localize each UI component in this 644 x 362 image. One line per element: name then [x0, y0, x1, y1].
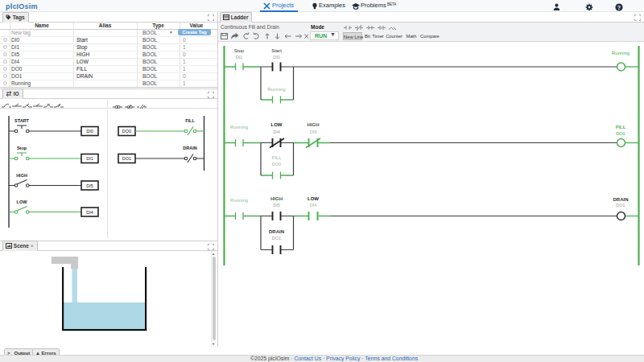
- svg-text:DI1: DI1: [86, 156, 93, 161]
- svg-text:START: START: [14, 118, 30, 123]
- svg-text:FILL: FILL: [616, 125, 626, 130]
- svg-text:DO1: DO1: [272, 236, 281, 241]
- svg-text:DRAIN: DRAIN: [269, 229, 284, 234]
- svg-text:DO0: DO0: [272, 162, 281, 167]
- svg-text:FILL: FILL: [185, 118, 195, 123]
- svg-text:DI0: DI0: [86, 129, 93, 134]
- svg-text:DO0: DO0: [122, 129, 131, 134]
- svg-text:DO0: DO0: [616, 131, 625, 136]
- svg-text:DI5: DI5: [86, 183, 93, 188]
- svg-text:Running: Running: [612, 51, 630, 56]
- svg-text:DI0: DI0: [273, 55, 280, 60]
- svg-text:Running: Running: [230, 198, 248, 203]
- svg-text:HIGH: HIGH: [16, 173, 27, 178]
- svg-text:DI5: DI5: [273, 203, 280, 208]
- svg-text:Running: Running: [230, 125, 248, 130]
- svg-text:HIGH: HIGH: [270, 196, 283, 201]
- svg-text:DRAIN: DRAIN: [183, 146, 196, 150]
- svg-text:DI4: DI4: [273, 130, 280, 134]
- svg-text:DI4: DI4: [310, 203, 317, 208]
- svg-text:LOW: LOW: [308, 196, 319, 201]
- svg-text:DI1: DI1: [236, 55, 243, 60]
- svg-text:LOW: LOW: [17, 200, 28, 204]
- svg-text:HIGH: HIGH: [308, 122, 320, 127]
- svg-text:DO1: DO1: [616, 203, 625, 208]
- svg-text:?: ?: [617, 5, 621, 10]
- svg-text:Stop: Stop: [17, 146, 27, 150]
- svg-text:FILL: FILL: [271, 155, 282, 160]
- svg-text:DRAIN: DRAIN: [613, 197, 629, 202]
- svg-text:Start: Start: [271, 48, 282, 53]
- svg-text:Stop: Stop: [234, 48, 245, 53]
- svg-text:LOW: LOW: [271, 122, 283, 127]
- svg-text:Running: Running: [267, 87, 285, 92]
- svg-text:DI4: DI4: [86, 210, 93, 215]
- svg-text:DO1: DO1: [122, 156, 131, 161]
- svg-text:DI5: DI5: [310, 130, 317, 134]
